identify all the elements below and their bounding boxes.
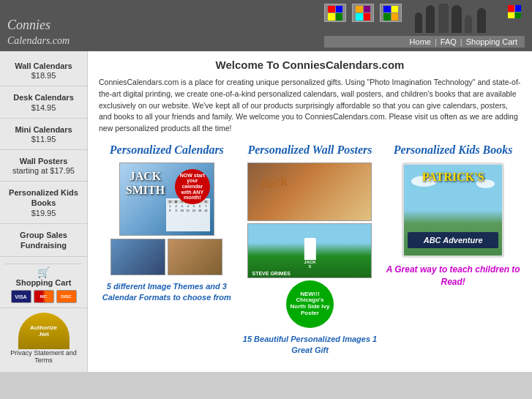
header: Connies Calendars.com xyxy=(0,0,532,51)
nav-cart[interactable]: Shopping Cart xyxy=(466,37,517,46)
poster-desc: 15 Beautiful Personalized Images 1 Great… xyxy=(242,334,378,357)
privacy-text: Privacy Statement and Terms xyxy=(4,349,83,364)
header-right: Home | FAQ | Shopping Cart xyxy=(324,4,525,48)
sidebar-item-group-sales[interactable]: Group Sales Fundraising xyxy=(0,224,87,258)
sidebar-mini-calendars-price: $11.95 xyxy=(4,135,83,143)
product-col-posters: Personalized Wall Posters Jack JACK5 xyxy=(242,143,378,357)
sidebar-item-wall-posters[interactable]: Wall Posters starting at $17.95 xyxy=(0,150,87,182)
sidebar-kids-books-price: $19.95 xyxy=(4,209,83,217)
sidebar-wall-posters-price: starting at $17.95 xyxy=(4,166,83,175)
products-grid: Personalized Calendars JACKSMITH S M xyxy=(99,143,521,357)
sidebar-wall-posters-label: Wall Posters xyxy=(4,156,83,166)
product-title-kids-books: Personalized Kids Books xyxy=(385,143,521,157)
sidebar-kids-books-label: Personalized Kids Books xyxy=(4,187,83,209)
sidebar-item-desk-calendars[interactable]: Desk Calendars $14.95 xyxy=(0,86,87,118)
welcome-text: ConniesCalendars.com is a place for crea… xyxy=(99,77,521,135)
sidebar-desk-calendars-label: Desk Calendars xyxy=(4,92,83,102)
calendar-small-2 xyxy=(168,239,222,275)
sidebar-item-wall-calendars[interactable]: Wall Calendars $18.95 xyxy=(0,55,87,86)
nav-faq[interactable]: FAQ xyxy=(441,37,457,46)
header-icons xyxy=(324,4,525,33)
product-title-calendars: Personalized Calendars xyxy=(99,143,235,157)
sidebar-wall-calendars-label: Wall Calendars xyxy=(4,61,83,71)
sidebar-wall-calendars-price: $18.95 xyxy=(4,71,83,80)
stadium-sign: STEVE GRIMES xyxy=(252,271,291,276)
icon-square-1 xyxy=(324,4,346,22)
mc-icon: MC xyxy=(34,290,54,303)
cart-label: 🛒 Shopping Cart xyxy=(4,266,83,287)
sidebar-desk-calendars-price: $14.95 xyxy=(4,103,83,112)
player-figure: JACK5 xyxy=(304,238,315,269)
nav-bar: Home | FAQ | Shopping Cart xyxy=(324,36,525,48)
icon-square-3 xyxy=(380,4,402,22)
nav-home[interactable]: Home xyxy=(410,37,431,46)
logo: Connies Calendars.com xyxy=(7,18,70,48)
poster-main-image: Jack xyxy=(247,163,372,221)
product-title-posters: Personalized Wall Posters xyxy=(242,143,378,157)
cart-section: 🛒 Shopping Cart VISA MC DISC xyxy=(0,257,87,307)
book-subtitle-text: ABC Adventure xyxy=(424,236,483,245)
sidebar-group-sales-label: Group Sales Fundraising xyxy=(4,230,83,251)
card-icons: VISA MC DISC xyxy=(4,290,83,303)
poster-name-overlay: Jack xyxy=(258,172,289,193)
sidebar-item-kids-books[interactable]: Personalized Kids Books $19.95 xyxy=(0,182,87,224)
icon-square-2 xyxy=(352,4,374,22)
silhouette-group xyxy=(408,4,525,33)
sidebar-divider xyxy=(4,264,83,264)
product-col-kids-books: Personalized Kids Books PATRICK'S ABC Ad… xyxy=(385,143,521,357)
layout: Wall Calendars $18.95 Desk Calendars $14… xyxy=(0,51,532,372)
nav-sep2: | xyxy=(460,37,462,46)
calendar-small-1 xyxy=(110,239,165,275)
sidebar-item-mini-calendars[interactable]: Mini Calendars $11.95 xyxy=(0,119,87,150)
calendar-images: JACKSMITH S M T W T F S xyxy=(99,163,235,275)
book-subtitle-banner: ABC Adventure xyxy=(408,232,498,248)
poster-stadium-image: JACK5 STEVE GRIMES xyxy=(247,223,372,278)
now-start-badge: NOW start your calendar with ANY month! xyxy=(175,169,210,204)
poster-images: Jack JACK5 STEVE GRIMES NEW!!! xyxy=(242,163,378,328)
auth-badge-label: Authorize.Net xyxy=(30,324,57,338)
product-col-calendars: Personalized Calendars JACKSMITH S M xyxy=(99,143,235,357)
calendar-demo-name: JACKSMITH xyxy=(126,169,165,197)
auth-badge: Authorize.Net xyxy=(18,313,70,349)
main-content: Welcome To ConniesCalendars.com ConniesC… xyxy=(88,51,532,372)
new-badge: NEW!!! Chicago's North Side Ivy Poster xyxy=(286,280,334,328)
logo-line1: Connies xyxy=(7,18,50,32)
calendar-main-image: JACKSMITH S M T W T F S xyxy=(119,163,214,236)
sidebar: Wall Calendars $18.95 Desk Calendars $14… xyxy=(0,51,88,372)
cart-icon: 🛒 xyxy=(37,266,50,278)
visa-icon: VISA xyxy=(11,290,31,303)
discover-icon: DISC xyxy=(56,290,77,303)
calendar-desc: 5 different Image Themes and 3 Calendar … xyxy=(99,281,235,304)
authorize-net-section: Authorize.Net Privacy Statement and Term… xyxy=(0,307,87,368)
kids-book-images: PATRICK'S ABC Adventure xyxy=(385,163,521,258)
book-title-overlay: PATRICK'S xyxy=(404,171,502,184)
nav-sep1: | xyxy=(435,37,437,46)
sidebar-mini-calendars-label: Mini Calendars xyxy=(4,124,83,135)
kids-book-desc: A Great way to teach children to Read! xyxy=(385,264,521,288)
book-main-image: PATRICK'S ABC Adventure xyxy=(402,163,504,258)
privacy-link[interactable]: Privacy Statement and Terms xyxy=(10,349,77,364)
logo-line2: Calendars.com xyxy=(7,35,70,46)
welcome-title: Welcome To ConniesCalendars.com xyxy=(99,59,521,71)
